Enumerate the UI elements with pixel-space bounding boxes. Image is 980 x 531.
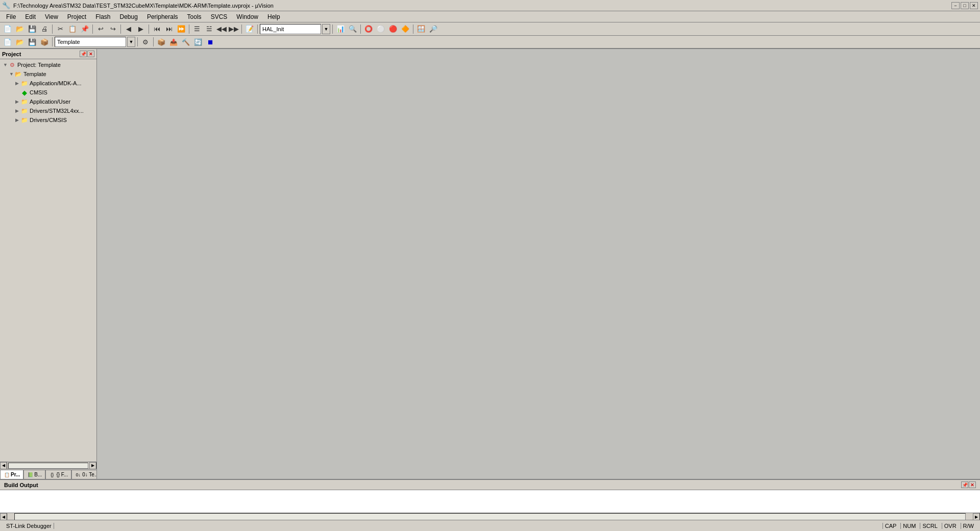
- menu-view[interactable]: View: [41, 12, 62, 21]
- comment-button[interactable]: ◀◀: [216, 23, 227, 35]
- menu-svcs[interactable]: SVCS: [207, 12, 232, 21]
- paste-button[interactable]: 📌: [79, 23, 90, 35]
- target-options-button[interactable]: ⚙: [140, 36, 151, 47]
- tree-label-template: Template: [23, 71, 46, 77]
- tree-project-root[interactable]: ▼ ⚙ Project: Template: [1, 60, 95, 69]
- build-scroll-left[interactable]: ◀: [0, 513, 7, 520]
- open-button[interactable]: 📂: [14, 23, 26, 35]
- hal-init-input[interactable]: [260, 24, 321, 34]
- tree-label-stm32: Drivers/STM32L4xx...: [30, 108, 84, 114]
- close-button[interactable]: ✕: [970, 2, 978, 9]
- minimize-button[interactable]: −: [951, 2, 960, 9]
- rebuild-button[interactable]: 📤: [168, 36, 179, 47]
- run-button[interactable]: 📊: [335, 23, 346, 35]
- tree-template[interactable]: ▼ 📂 Template: [1, 69, 95, 79]
- status-ovr: OVR: [942, 523, 959, 529]
- build-button[interactable]: 📦: [156, 36, 167, 47]
- open-document-button[interactable]: 📝: [244, 23, 255, 35]
- menu-window[interactable]: Window: [232, 12, 262, 21]
- new-file-button[interactable]: 📄: [2, 23, 13, 35]
- build-content-area: [0, 490, 980, 513]
- scrollbar-track-h[interactable]: [8, 463, 88, 469]
- undo-button[interactable]: ↩: [95, 23, 106, 35]
- window-btn[interactable]: 🪟: [415, 23, 427, 35]
- menu-debug[interactable]: Debug: [116, 12, 142, 21]
- tab-books[interactable]: 📗 B...: [23, 470, 45, 479]
- tree-label-root: Project: Template: [17, 62, 61, 68]
- folder-template-icon: 📂: [14, 70, 22, 78]
- reset-button[interactable]: ⚪: [375, 23, 386, 35]
- break-button[interactable]: 🔶: [400, 23, 411, 35]
- tab-templates[interactable]: 0↓ 0↓ Te...: [71, 470, 96, 479]
- panel-pin-button[interactable]: 📌: [80, 51, 87, 57]
- target-name-input[interactable]: [55, 37, 126, 47]
- cut-button[interactable]: ✂: [55, 23, 66, 35]
- nav-forward-button[interactable]: ▶: [135, 23, 146, 35]
- scroll-right-button[interactable]: ▶: [89, 462, 96, 469]
- folder-appuser-icon: 📁: [20, 98, 29, 106]
- tab-books-icon: 📗: [27, 472, 33, 478]
- status-debugger: ST-Link Debugger: [4, 523, 54, 529]
- sep6: [241, 25, 242, 34]
- menu-edit[interactable]: Edit: [21, 12, 40, 21]
- sep-t1: [52, 37, 53, 46]
- sep-t2: [137, 37, 138, 46]
- hal-init-dropdown[interactable]: ▼: [322, 24, 330, 34]
- tree-label-cmsis: CMSIS: [30, 89, 47, 95]
- menu-help[interactable]: Help: [263, 12, 284, 21]
- tab-functions[interactable]: {} {} F...: [45, 470, 71, 479]
- folder-stm32-icon: 📁: [20, 107, 29, 115]
- tree-drivers-cmsis[interactable]: ▶ 📁 Drivers/CMSIS: [1, 115, 95, 125]
- expand-icon-stm32: ▶: [15, 108, 20, 113]
- build-run-button[interactable]: 🔨: [180, 36, 191, 47]
- find-button[interactable]: ⏩: [176, 23, 187, 35]
- bookmark-button[interactable]: ⏮: [151, 23, 162, 35]
- export-button[interactable]: 📦: [39, 36, 50, 47]
- tree-app-user[interactable]: ▶ 📁 Application/User: [1, 97, 95, 106]
- debug-btn2[interactable]: 🔍: [347, 23, 358, 35]
- editor-area: [97, 49, 980, 479]
- download-button[interactable]: ⏹: [205, 36, 216, 47]
- open-project-button[interactable]: 📂: [14, 36, 26, 47]
- stop-button[interactable]: ⭕: [363, 23, 374, 35]
- menu-bar: File Edit View Project Flash Debug Perip…: [0, 11, 980, 22]
- sep7: [257, 25, 258, 34]
- new-target-button[interactable]: 📄: [2, 36, 13, 47]
- tree-label-appuser: Application/User: [30, 99, 70, 105]
- save-button[interactable]: 💾: [27, 23, 38, 35]
- scroll-left-button[interactable]: ◀: [0, 462, 7, 469]
- folder-drvcmsis-icon: 📁: [20, 116, 29, 124]
- indent-button[interactable]: ☰: [191, 23, 203, 35]
- unindent-button[interactable]: ☱: [204, 23, 215, 35]
- menu-project[interactable]: Project: [63, 12, 90, 21]
- build-scroll-right[interactable]: ▶: [973, 513, 980, 520]
- menu-flash[interactable]: Flash: [91, 12, 114, 21]
- nav-back-button[interactable]: ◀: [123, 23, 134, 35]
- tree-mdk-arm[interactable]: ▶ 📁 Application/MDK-A...: [1, 79, 95, 88]
- build-scroll-track[interactable]: [14, 513, 966, 520]
- save-all-button[interactable]: 🖨: [39, 23, 50, 35]
- target-dropdown[interactable]: ▼: [127, 37, 135, 47]
- project-root-icon: ⚙: [8, 61, 16, 69]
- close-project-button[interactable]: 💾: [27, 36, 38, 47]
- clear-button[interactable]: 🔴: [387, 23, 399, 35]
- panel-close-button[interactable]: ✕: [87, 51, 94, 57]
- copy-button[interactable]: 📋: [67, 23, 78, 35]
- search-icon-btn[interactable]: 🔎: [428, 23, 439, 35]
- stop-build-button[interactable]: 🔄: [192, 36, 204, 47]
- uncomment-button[interactable]: ▶▶: [228, 23, 239, 35]
- status-cap: CAP: [883, 523, 899, 529]
- build-pin-button[interactable]: 📌: [961, 481, 968, 488]
- expand-icon-appuser: ▶: [15, 99, 20, 104]
- menu-peripherals[interactable]: Peripherals: [143, 12, 182, 21]
- redo-button[interactable]: ↪: [107, 23, 118, 35]
- menu-tools[interactable]: Tools: [183, 12, 206, 21]
- tree-cmsis[interactable]: ◆ CMSIS: [1, 88, 95, 97]
- next-bookmark-button[interactable]: ⏭: [163, 23, 175, 35]
- status-num: NUM: [900, 523, 918, 529]
- restore-button[interactable]: □: [961, 2, 969, 9]
- menu-file[interactable]: File: [2, 12, 20, 21]
- build-close-button[interactable]: ✕: [969, 481, 976, 488]
- tree-drivers-stm32[interactable]: ▶ 📁 Drivers/STM32L4xx...: [1, 106, 95, 115]
- tab-project[interactable]: 📋 Pr...: [0, 470, 23, 479]
